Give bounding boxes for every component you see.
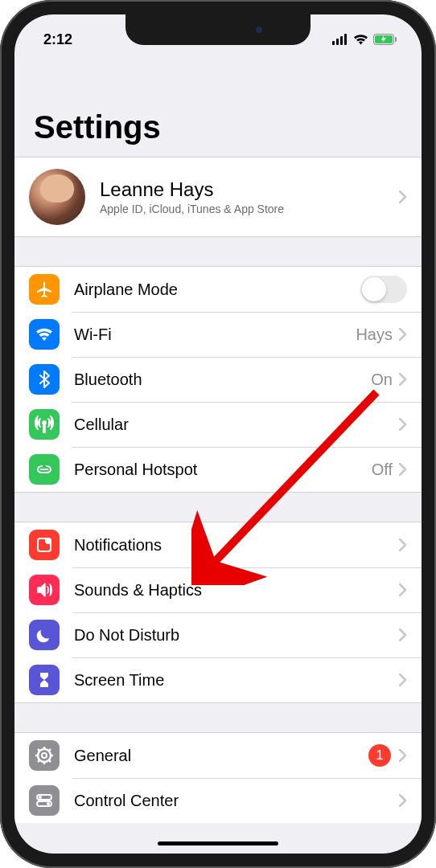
row-label: Wi-Fi — [74, 326, 356, 344]
chevron-right-icon — [399, 190, 407, 203]
bluetooth-icon — [29, 364, 60, 395]
svg-rect-2 — [340, 36, 343, 45]
screentime-row[interactable]: Screen Time — [14, 657, 422, 702]
dnd-row[interactable]: Do Not Disturb — [14, 612, 422, 657]
row-label: Sounds & Haptics — [74, 581, 399, 600]
svg-rect-1 — [336, 39, 339, 45]
svg-line-17 — [38, 760, 39, 762]
row-value: On — [371, 371, 393, 389]
notch — [125, 14, 311, 45]
page-title: Settings — [14, 53, 422, 157]
chevron-right-icon — [399, 749, 407, 762]
chevron-right-icon — [399, 373, 407, 386]
wifi-row[interactable]: Wi-Fi Hays — [14, 312, 422, 357]
badge: 1 — [368, 744, 391, 767]
avatar — [29, 169, 85, 225]
hourglass-icon — [29, 665, 60, 695]
svg-rect-3 — [344, 34, 347, 45]
battery-icon — [373, 34, 397, 45]
profile-name: Leanne Hays — [100, 178, 399, 201]
chevron-right-icon — [399, 418, 407, 431]
hotspot-row[interactable]: Personal Hotspot Off — [14, 447, 422, 492]
general-group: General 1 Control Center — [14, 732, 422, 823]
svg-rect-6 — [395, 37, 397, 42]
home-indicator[interactable] — [158, 841, 278, 845]
svg-rect-0 — [332, 41, 335, 45]
svg-point-20 — [39, 796, 42, 799]
chevron-right-icon — [399, 538, 407, 551]
row-label: Personal Hotspot — [74, 461, 372, 479]
svg-line-18 — [49, 749, 51, 751]
row-label: Bluetooth — [74, 371, 371, 389]
row-label: Control Center — [74, 792, 399, 810]
bluetooth-row[interactable]: Bluetooth On — [14, 357, 422, 402]
phone-frame: 2:12 Settings Leanne Hays Ap — [0, 0, 436, 868]
status-time: 2:12 — [43, 31, 72, 48]
notification-icon — [29, 530, 60, 560]
chevron-right-icon — [399, 583, 407, 596]
chevron-right-icon — [399, 463, 407, 476]
gear-icon — [29, 740, 60, 771]
control-center-row[interactable]: Control Center — [14, 778, 422, 823]
status-right — [332, 34, 397, 45]
airplane-mode-row[interactable]: Airplane Mode — [14, 267, 422, 312]
moon-icon — [29, 620, 60, 650]
row-label: General — [74, 747, 368, 765]
profile-subtitle: Apple ID, iCloud, iTunes & App Store — [100, 203, 399, 215]
speaker-icon — [29, 575, 60, 605]
notifications-group: Notifications Sounds & Haptics Do Not Di… — [14, 522, 422, 703]
antenna-icon — [29, 409, 60, 440]
chevron-right-icon — [399, 328, 407, 341]
svg-line-16 — [49, 760, 51, 762]
chevron-right-icon — [399, 674, 407, 686]
airplane-mode-toggle[interactable] — [360, 276, 407, 303]
switches-icon — [29, 785, 60, 816]
screen: 2:12 Settings Leanne Hays Ap — [14, 14, 422, 854]
profile-group: Leanne Hays Apple ID, iCloud, iTunes & A… — [14, 157, 422, 237]
svg-point-22 — [47, 802, 50, 805]
row-value: Off — [372, 461, 393, 479]
svg-point-10 — [42, 753, 47, 758]
cellular-row[interactable]: Cellular — [14, 402, 422, 447]
chevron-right-icon — [399, 794, 407, 807]
cellular-signal-icon — [332, 34, 348, 45]
airplane-icon — [29, 274, 60, 305]
notifications-row[interactable]: Notifications — [14, 522, 422, 567]
row-label: Do Not Disturb — [74, 626, 399, 645]
general-row[interactable]: General 1 — [14, 733, 422, 778]
row-label: Notifications — [74, 536, 399, 555]
wifi-icon — [29, 319, 60, 350]
apple-id-row[interactable]: Leanne Hays Apple ID, iCloud, iTunes & A… — [14, 158, 422, 236]
svg-line-15 — [38, 749, 39, 751]
svg-point-8 — [45, 538, 51, 544]
chevron-right-icon — [399, 628, 407, 641]
row-label: Screen Time — [74, 671, 399, 690]
wifi-status-icon — [353, 34, 368, 45]
row-label: Cellular — [74, 416, 399, 434]
row-value: Hays — [356, 326, 393, 344]
sounds-row[interactable]: Sounds & Haptics — [14, 567, 422, 612]
svg-point-9 — [38, 749, 51, 762]
row-label: Airplane Mode — [74, 280, 360, 299]
connectivity-group: Airplane Mode Wi-Fi Hays Bluetooth On — [14, 266, 422, 493]
link-icon — [29, 454, 60, 485]
